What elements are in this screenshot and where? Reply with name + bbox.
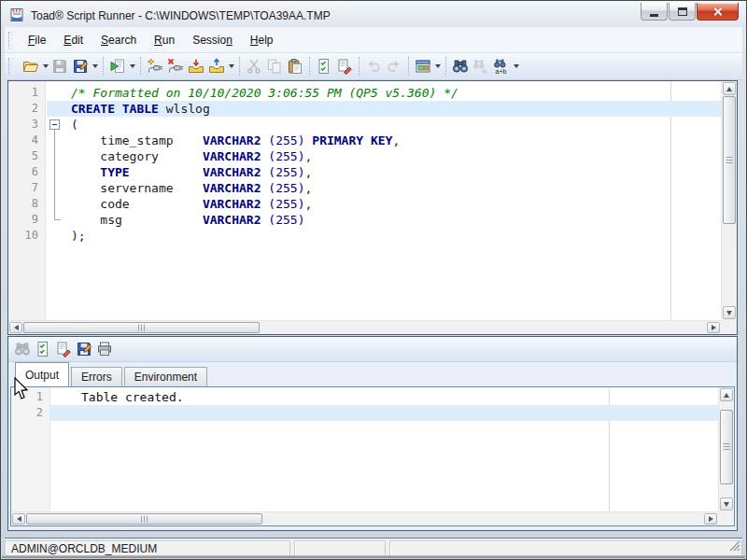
menu-item-file[interactable]: File (21, 30, 53, 50)
check-syntax-button[interactable] (33, 339, 53, 359)
check-syntax-button[interactable] (314, 56, 334, 77)
resize-grip[interactable] (728, 540, 740, 554)
output-toolbar (8, 337, 737, 362)
menu-drag-grip[interactable] (8, 32, 12, 49)
editor-line-number: 1 (32, 85, 38, 101)
disconnect-button[interactable] (165, 56, 186, 77)
editor-vscroll-thumb[interactable] (723, 96, 736, 224)
menu-item-search[interactable]: Search (93, 30, 144, 50)
replace-dropdown-button[interactable] (512, 56, 520, 77)
editor-line-number: 4 (32, 133, 38, 148)
print-button[interactable] (94, 339, 115, 359)
replace-button[interactable]: a+b (491, 56, 512, 77)
close-icon (712, 7, 723, 17)
clear-text-icon (336, 58, 353, 75)
open-file-button[interactable] (21, 56, 41, 77)
copy-button (264, 56, 285, 77)
print-icon (96, 341, 113, 357)
open-file-icon (22, 58, 39, 75)
sql-code-area[interactable]: /* Formatted on 10/10/2020 3:06:55 PM (Q… (70, 81, 721, 320)
menu-item-edit[interactable]: Edit (56, 30, 91, 50)
find-button (12, 339, 33, 359)
scroll-up-button[interactable] (720, 388, 733, 401)
scroll-left-button[interactable] (9, 322, 22, 333)
scroll-right-button[interactable] (707, 322, 720, 333)
clear-text-button[interactable] (53, 339, 74, 359)
output-panel: 12 Table created. (10, 386, 735, 526)
toolbar-separator (359, 57, 359, 76)
editor-line-number: 2 (32, 101, 38, 117)
maximize-button[interactable] (669, 3, 696, 21)
editor-hscroll-thumb[interactable] (23, 322, 260, 333)
code-line: ( (71, 117, 78, 133)
editor-horizontal-scrollbar[interactable] (8, 320, 721, 334)
toolbar-separator (103, 57, 104, 76)
rollback-button[interactable] (206, 56, 227, 77)
check-syntax-icon (316, 58, 332, 75)
clear-text-button[interactable] (334, 56, 355, 77)
toolbar-drag-grip[interactable] (8, 58, 12, 75)
sql-editor-panel: 12345678910 /* Formatted on 10/10/2020 3… (7, 80, 738, 335)
code-line: TYPE VARCHAR2 (255), (71, 164, 312, 180)
fold-collapse-marker[interactable] (49, 119, 60, 130)
output-vscroll-thumb[interactable] (720, 410, 733, 484)
save-as-button[interactable] (70, 56, 91, 77)
output-vertical-scrollbar[interactable] (718, 387, 734, 511)
editor-fold-margin (47, 81, 70, 320)
status-section-2 (294, 540, 386, 556)
open-file-dropdown-button[interactable] (41, 56, 49, 77)
undo-button (363, 56, 384, 77)
status-section-3 (389, 540, 742, 556)
menu-item-run[interactable]: Run (147, 30, 182, 50)
scroll-right-button[interactable] (704, 513, 717, 525)
clear-text-icon (55, 341, 72, 357)
toolbar-separator (140, 57, 141, 76)
menu-item-session[interactable]: Session (185, 30, 240, 50)
paste-button[interactable] (285, 56, 305, 77)
toolbar-separator (408, 57, 409, 76)
mouse-cursor (13, 377, 32, 405)
scroll-down-button[interactable] (723, 306, 736, 319)
save-as-button[interactable] (74, 339, 94, 359)
minimize-button[interactable] (641, 3, 668, 21)
execute-script-icon (109, 58, 126, 75)
tab-environment[interactable]: Environment (124, 367, 207, 386)
editor-line-number: 10 (25, 228, 38, 244)
close-button[interactable] (697, 3, 739, 21)
code-line: servername VARCHAR2 (255), (71, 180, 312, 196)
commit-icon (188, 58, 204, 75)
tab-errors[interactable]: Errors (71, 367, 122, 386)
scroll-left-button[interactable] (12, 513, 25, 525)
new-connection-button[interactable] (145, 56, 165, 77)
rollback-dropdown-button[interactable] (227, 56, 235, 77)
code-line: ); (71, 228, 86, 244)
editor-line-number: 9 (32, 212, 38, 228)
find-button[interactable] (450, 56, 471, 77)
maximize-icon (678, 7, 687, 16)
scroll-up-button[interactable] (723, 82, 736, 95)
results-panel: OutputErrorsEnvironment 12 Table created… (7, 336, 738, 531)
execute-script-dropdown-button[interactable] (128, 56, 136, 77)
save-as-icon (72, 58, 89, 75)
window-layout-button[interactable] (413, 56, 433, 77)
title-bar[interactable]: Toad® Script Runner - C:\WINDOWS\TEMP\TO… (3, 3, 744, 27)
save-as-dropdown-button[interactable] (91, 56, 99, 77)
cut-button (244, 56, 264, 77)
window-layout-icon (415, 58, 431, 75)
new-connection-icon (147, 58, 163, 75)
execute-script-button[interactable] (107, 56, 128, 77)
editor-vertical-scrollbar[interactable] (721, 81, 737, 320)
editor-line-number: 5 (32, 148, 38, 164)
scroll-down-button[interactable] (720, 497, 733, 511)
commit-button[interactable] (186, 56, 206, 77)
output-hscroll-thumb[interactable] (26, 513, 262, 525)
minimize-icon (650, 14, 658, 17)
menu-item-help[interactable]: Help (243, 30, 281, 50)
toolbar-separator (309, 57, 310, 76)
window-title: Toad® Script Runner - C:\WINDOWS\TEMP\TO… (31, 9, 331, 22)
scrollbar-corner (721, 320, 737, 334)
editor-line-number: 8 (32, 196, 38, 212)
output-horizontal-scrollbar[interactable] (11, 511, 718, 525)
find-next-button (471, 56, 491, 77)
window-layout-dropdown-button[interactable] (433, 56, 442, 77)
